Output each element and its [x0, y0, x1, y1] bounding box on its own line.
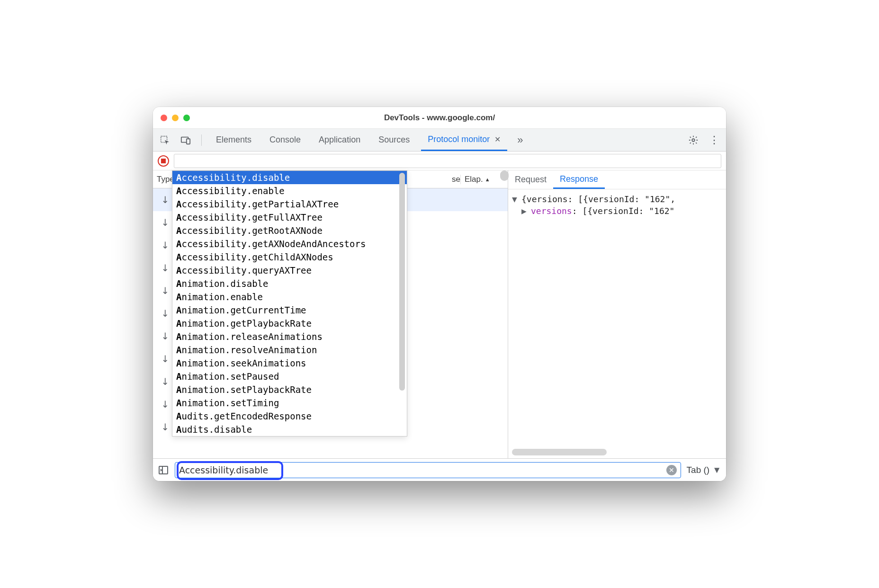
kebab-icon[interactable]: ⋮: [706, 132, 722, 148]
more-tabs-icon[interactable]: »: [512, 132, 528, 148]
autocomplete-item[interactable]: Accessibility.enable: [172, 184, 407, 197]
titlebar: DevTools - www.google.com/: [153, 107, 726, 129]
sort-icon: ▲: [485, 177, 490, 182]
autocomplete-item[interactable]: Accessibility.getChildAXNodes: [172, 250, 407, 264]
details-tabs: Request Response: [508, 170, 726, 189]
tab-console[interactable]: Console: [263, 129, 307, 151]
gear-icon[interactable]: [685, 132, 701, 148]
autocomplete-popup: Accessibility.disableAccessibility.enabl…: [172, 170, 407, 437]
clear-icon[interactable]: ✕: [666, 465, 677, 475]
autocomplete-item[interactable]: Accessibility.disable: [172, 171, 407, 184]
chevron-down-icon: ▼: [712, 465, 721, 475]
page-title: DevTools - www.google.com/: [153, 113, 726, 123]
autocomplete-item[interactable]: Animation.setPaused: [172, 370, 407, 383]
scrollbar-thumb[interactable]: [512, 449, 607, 455]
drawer-toggle-icon[interactable]: [158, 464, 169, 476]
scrollbar-thumb[interactable]: [399, 173, 405, 391]
autocomplete-item[interactable]: Animation.enable: [172, 290, 407, 303]
autocomplete-item[interactable]: Animation.seekAnimations: [172, 356, 407, 370]
disclosure-triangle-icon[interactable]: ▼: [512, 196, 519, 203]
filter-bar: [153, 151, 726, 170]
tab-hint[interactable]: Tab () ▼: [687, 465, 721, 475]
autocomplete-item[interactable]: Animation.getCurrentTime: [172, 303, 407, 317]
autocomplete-item[interactable]: Accessibility.getAXNodeAndAncestors: [172, 237, 407, 250]
tree-row[interactable]: ▼ {versions: [{versionId: "162",: [512, 194, 722, 204]
command-input-wrap: ✕: [175, 462, 681, 478]
autocomplete-item[interactable]: Animation.resolveAnimation: [172, 343, 407, 356]
tab-request[interactable]: Request: [508, 170, 553, 189]
disclosure-triangle-icon[interactable]: ▶: [521, 207, 528, 215]
command-input[interactable]: [179, 465, 666, 475]
command-bar: ✕ Tab () ▼: [153, 458, 726, 481]
autocomplete-item[interactable]: Animation.releaseAnimations: [172, 330, 407, 343]
tree-row[interactable]: ▶ versions: [{versionId: "162": [512, 206, 722, 216]
close-icon[interactable]: ✕: [494, 135, 501, 144]
autocomplete-item[interactable]: Accessibility.queryAXTree: [172, 264, 407, 277]
svg-rect-4: [159, 466, 168, 474]
device-toggle-icon[interactable]: [178, 132, 194, 148]
tab-response[interactable]: Response: [553, 170, 605, 189]
svg-point-3: [692, 139, 695, 142]
divider: [201, 134, 202, 146]
devtools-window: DevTools - www.google.com/ Elements Cons…: [153, 107, 726, 481]
svg-rect-2: [187, 139, 190, 144]
response-body: ▼ {versions: [{versionId: "162", ▶ versi…: [508, 189, 726, 458]
traffic-lights: [161, 115, 190, 121]
filter-input[interactable]: [174, 154, 721, 168]
record-button[interactable]: [158, 155, 169, 167]
close-button[interactable]: [161, 115, 167, 121]
tab-application[interactable]: Application: [312, 129, 367, 151]
tab-sources[interactable]: Sources: [372, 129, 416, 151]
autocomplete-item[interactable]: Audits.disable: [172, 423, 407, 436]
inspect-icon[interactable]: [157, 132, 173, 148]
maximize-button[interactable]: [183, 115, 190, 121]
tab-protocol-monitor[interactable]: Protocol monitor ✕: [421, 129, 507, 151]
autocomplete-item[interactable]: Accessibility.getFullAXTree: [172, 211, 407, 224]
messages-pane: Type se Elap. ▲ ions":[…estId":…estId":……: [153, 170, 508, 458]
autocomplete-item[interactable]: Animation.setPlaybackRate: [172, 383, 407, 396]
autocomplete-item[interactable]: Accessibility.getPartialAXTree: [172, 197, 407, 211]
details-pane: Request Response ▼ {versions: [{versionI…: [508, 170, 726, 458]
autocomplete-item[interactable]: Accessibility.getRootAXNode: [172, 224, 407, 237]
autocomplete-item[interactable]: Audits.getEncodedResponse: [172, 410, 407, 423]
main-area: Type se Elap. ▲ ions":[…estId":…estId":……: [153, 170, 726, 458]
autocomplete-item[interactable]: Animation.getPlaybackRate: [172, 317, 407, 330]
minimize-button[interactable]: [172, 115, 179, 121]
tab-strip: Elements Console Application Sources Pro…: [153, 129, 726, 151]
autocomplete-item[interactable]: Animation.setTiming: [172, 396, 407, 410]
tab-elements[interactable]: Elements: [209, 129, 258, 151]
scrollbar-thumb[interactable]: [500, 170, 509, 181]
autocomplete-item[interactable]: Animation.disable: [172, 277, 407, 290]
